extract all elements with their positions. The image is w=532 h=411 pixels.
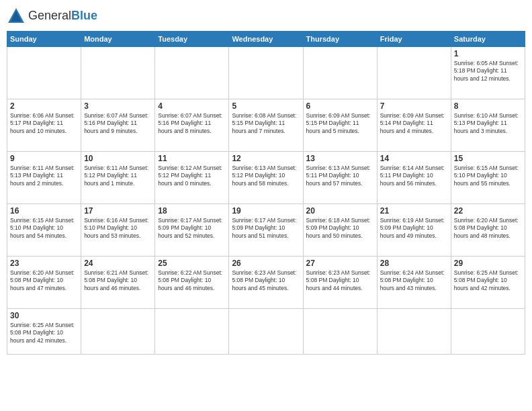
day-info: Sunrise: 6:15 AM Sunset: 5:10 PM Dayligh… — [10, 217, 78, 240]
day-info: Sunrise: 6:20 AM Sunset: 5:08 PM Dayligh… — [10, 269, 78, 292]
logo: GeneralBlue — [7, 7, 97, 26]
calendar-cell — [155, 47, 229, 99]
day-number: 13 — [306, 154, 374, 163]
day-number: 19 — [232, 206, 300, 216]
day-info: Sunrise: 6:25 AM Sunset: 5:08 PM Dayligh… — [454, 269, 522, 292]
logo-icon — [7, 7, 26, 26]
day-info: Sunrise: 6:17 AM Sunset: 5:09 PM Dayligh… — [158, 217, 226, 240]
day-number: 10 — [84, 154, 152, 163]
day-number: 25 — [158, 259, 226, 268]
calendar-cell: 1Sunrise: 6:05 AM Sunset: 5:18 PM Daylig… — [451, 47, 525, 99]
day-info: Sunrise: 6:11 AM Sunset: 5:12 PM Dayligh… — [84, 165, 152, 187]
day-number: 30 — [10, 311, 78, 320]
day-number: 2 — [10, 101, 78, 111]
day-info: Sunrise: 6:07 AM Sunset: 5:16 PM Dayligh… — [158, 112, 226, 135]
day-number: 26 — [232, 259, 300, 268]
calendar-cell: 23Sunrise: 6:20 AM Sunset: 5:08 PM Dayli… — [7, 257, 81, 309]
calendar-cell: 4Sunrise: 6:07 AM Sunset: 5:16 PM Daylig… — [155, 99, 229, 152]
day-info: Sunrise: 6:14 AM Sunset: 5:11 PM Dayligh… — [380, 165, 448, 187]
calendar-cell — [303, 47, 377, 99]
day-number: 29 — [454, 259, 522, 268]
calendar-cell — [229, 47, 303, 99]
calendar-cell: 15Sunrise: 6:15 AM Sunset: 5:10 PM Dayli… — [451, 152, 525, 204]
calendar-cell: 13Sunrise: 6:13 AM Sunset: 5:11 PM Dayli… — [303, 152, 377, 204]
day-info: Sunrise: 6:06 AM Sunset: 5:17 PM Dayligh… — [10, 112, 78, 135]
calendar-cell: 14Sunrise: 6:14 AM Sunset: 5:11 PM Dayli… — [377, 152, 451, 204]
day-number: 5 — [232, 101, 300, 111]
day-info: Sunrise: 6:19 AM Sunset: 5:09 PM Dayligh… — [380, 217, 448, 240]
calendar-cell: 22Sunrise: 6:20 AM Sunset: 5:08 PM Dayli… — [451, 204, 525, 257]
day-number: 18 — [158, 206, 226, 216]
weekday-header: Wednesday — [229, 32, 303, 47]
day-info: Sunrise: 6:23 AM Sunset: 5:08 PM Dayligh… — [232, 269, 300, 292]
weekday-header: Sunday — [7, 32, 81, 47]
calendar-cell — [229, 309, 303, 355]
day-number: 12 — [232, 154, 300, 163]
day-number: 23 — [10, 259, 78, 268]
day-info: Sunrise: 6:22 AM Sunset: 5:08 PM Dayligh… — [158, 269, 226, 292]
calendar: SundayMondayTuesdayWednesdayThursdayFrid… — [7, 31, 525, 355]
day-number: 21 — [380, 206, 448, 216]
day-info: Sunrise: 6:09 AM Sunset: 5:15 PM Dayligh… — [306, 112, 374, 135]
weekday-header: Friday — [377, 32, 451, 47]
day-number: 4 — [158, 101, 226, 111]
weekday-header: Saturday — [451, 32, 525, 47]
page: GeneralBlue SundayMondayTuesdayWednesday… — [0, 0, 532, 411]
day-info: Sunrise: 6:12 AM Sunset: 5:12 PM Dayligh… — [158, 165, 226, 187]
day-number: 28 — [380, 259, 448, 268]
calendar-cell — [451, 309, 525, 355]
calendar-cell: 18Sunrise: 6:17 AM Sunset: 5:09 PM Dayli… — [155, 204, 229, 257]
calendar-cell — [377, 47, 451, 99]
day-info: Sunrise: 6:11 AM Sunset: 5:13 PM Dayligh… — [10, 165, 78, 187]
calendar-cell: 11Sunrise: 6:12 AM Sunset: 5:12 PM Dayli… — [155, 152, 229, 204]
calendar-cell — [303, 309, 377, 355]
day-info: Sunrise: 6:13 AM Sunset: 5:12 PM Dayligh… — [232, 165, 300, 187]
day-number: 15 — [454, 154, 522, 163]
calendar-cell: 19Sunrise: 6:17 AM Sunset: 5:09 PM Dayli… — [229, 204, 303, 257]
calendar-cell: 26Sunrise: 6:23 AM Sunset: 5:08 PM Dayli… — [229, 257, 303, 309]
day-number: 11 — [158, 154, 226, 163]
calendar-cell: 6Sunrise: 6:09 AM Sunset: 5:15 PM Daylig… — [303, 99, 377, 152]
calendar-cell: 12Sunrise: 6:13 AM Sunset: 5:12 PM Dayli… — [229, 152, 303, 204]
day-info: Sunrise: 6:21 AM Sunset: 5:08 PM Dayligh… — [84, 269, 152, 292]
day-number: 1 — [454, 49, 522, 58]
calendar-cell — [377, 309, 451, 355]
calendar-cell: 5Sunrise: 6:08 AM Sunset: 5:15 PM Daylig… — [229, 99, 303, 152]
day-info: Sunrise: 6:08 AM Sunset: 5:15 PM Dayligh… — [232, 112, 300, 135]
day-info: Sunrise: 6:25 AM Sunset: 5:08 PM Dayligh… — [10, 322, 78, 345]
day-info: Sunrise: 6:17 AM Sunset: 5:09 PM Dayligh… — [232, 217, 300, 240]
day-number: 17 — [84, 206, 152, 216]
calendar-cell — [7, 47, 81, 99]
calendar-cell: 3Sunrise: 6:07 AM Sunset: 5:16 PM Daylig… — [81, 99, 155, 152]
day-number: 8 — [454, 101, 522, 111]
calendar-cell — [155, 309, 229, 355]
day-info: Sunrise: 6:10 AM Sunset: 5:13 PM Dayligh… — [454, 112, 522, 135]
day-number: 9 — [10, 154, 78, 163]
calendar-cell: 17Sunrise: 6:16 AM Sunset: 5:10 PM Dayli… — [81, 204, 155, 257]
day-number: 14 — [380, 154, 448, 163]
day-number: 3 — [84, 101, 152, 111]
calendar-cell: 29Sunrise: 6:25 AM Sunset: 5:08 PM Dayli… — [451, 257, 525, 309]
calendar-cell: 21Sunrise: 6:19 AM Sunset: 5:09 PM Dayli… — [377, 204, 451, 257]
calendar-cell: 28Sunrise: 6:24 AM Sunset: 5:08 PM Dayli… — [377, 257, 451, 309]
calendar-cell: 2Sunrise: 6:06 AM Sunset: 5:17 PM Daylig… — [7, 99, 81, 152]
day-info: Sunrise: 6:16 AM Sunset: 5:10 PM Dayligh… — [84, 217, 152, 240]
day-info: Sunrise: 6:18 AM Sunset: 5:09 PM Dayligh… — [306, 217, 374, 240]
weekday-header: Monday — [81, 32, 155, 47]
calendar-cell: 24Sunrise: 6:21 AM Sunset: 5:08 PM Dayli… — [81, 257, 155, 309]
day-info: Sunrise: 6:07 AM Sunset: 5:16 PM Dayligh… — [84, 112, 152, 135]
day-number: 7 — [380, 101, 448, 111]
logo-text: GeneralBlue — [28, 9, 97, 23]
day-number: 16 — [10, 206, 78, 216]
calendar-cell: 16Sunrise: 6:15 AM Sunset: 5:10 PM Dayli… — [7, 204, 81, 257]
weekday-header: Tuesday — [155, 32, 229, 47]
calendar-cell: 30Sunrise: 6:25 AM Sunset: 5:08 PM Dayli… — [7, 309, 81, 355]
day-info: Sunrise: 6:15 AM Sunset: 5:10 PM Dayligh… — [454, 165, 522, 187]
day-info: Sunrise: 6:09 AM Sunset: 5:14 PM Dayligh… — [380, 112, 448, 135]
header: GeneralBlue — [7, 7, 525, 26]
day-number: 24 — [84, 259, 152, 268]
day-number: 22 — [454, 206, 522, 216]
day-number: 6 — [306, 101, 374, 111]
calendar-cell — [81, 47, 155, 99]
calendar-cell: 20Sunrise: 6:18 AM Sunset: 5:09 PM Dayli… — [303, 204, 377, 257]
